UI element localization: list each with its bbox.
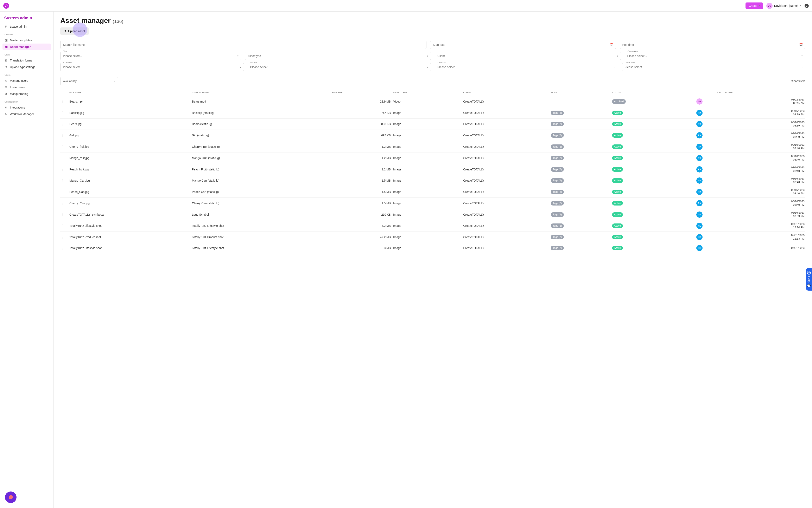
row-more-icon[interactable]: ⋮ <box>61 122 69 126</box>
sidebar-item-workflow-manager[interactable]: ⇆ Workflow Manager <box>2 111 51 117</box>
col-client[interactable]: CLIENT <box>463 91 551 94</box>
table-row[interactable]: ⋮Mango_Can.jpgMango Can (static lg)1.5 M… <box>60 175 805 186</box>
help-tab[interactable]: ? Help 💬 <box>806 268 812 291</box>
create-button[interactable]: Create ▾ <box>745 2 763 9</box>
search-input-wrapper[interactable] <box>60 41 426 49</box>
tags-badge[interactable]: Tags (2) <box>551 167 564 172</box>
end-date-input[interactable]: 📅 <box>620 41 806 49</box>
language-select[interactable]: Please select... ▾ <box>622 63 806 71</box>
tags-badge[interactable]: Tags (2) <box>551 133 564 138</box>
sidebar-item-master-templates[interactable]: ▣ Master templates <box>2 37 51 44</box>
tags-badge[interactable]: Tags (2) <box>551 122 564 126</box>
sidebar-item-asset-manager[interactable]: ▦ Asset manager <box>2 44 51 50</box>
col-status[interactable]: STATUS <box>612 91 682 94</box>
logo[interactable] <box>3 3 9 9</box>
clear-filters-link[interactable]: Clear filters <box>791 79 805 83</box>
col-display-name[interactable]: DISPLAY NAME <box>192 91 332 94</box>
tags-badge[interactable]: Tags (2) <box>551 223 564 228</box>
sidebar-item-manage-users[interactable]: ☺ Manage users <box>2 77 51 84</box>
creative-select[interactable]: Please select... ▾ <box>60 63 244 71</box>
table-row[interactable]: ⋮Peach_fruit.jpgPeach Fruit (static lg)1… <box>60 164 805 175</box>
sidebar-item-translation-forms[interactable]: 🗎 Translation forms <box>2 57 51 64</box>
sidebar-item-leave-admin[interactable]: ⎘ Leave admin <box>2 23 51 30</box>
row-more-icon[interactable]: ⋮ <box>61 235 69 239</box>
col-tags[interactable]: TAGS <box>551 91 612 94</box>
row-more-icon[interactable]: ⋮ <box>61 201 69 205</box>
upload-asset-button[interactable]: ⬆ Upload asset <box>60 28 89 35</box>
table-row[interactable]: ⋮TotallyTunz Lifestyle shotTotallyTunz L… <box>60 243 805 253</box>
sidebar-collapse-button[interactable]: ‹ <box>50 14 54 18</box>
help-icon[interactable]: ? <box>805 4 809 8</box>
start-date-input[interactable]: 📅 <box>430 41 616 49</box>
table-row[interactable]: ⋮CreateTOTALLY_symbol.aLogo Symbol210 KB… <box>60 209 805 220</box>
asset-type-select[interactable]: Asset type ▾ <box>245 52 431 60</box>
row-avatar[interactable]: RK <box>696 110 702 116</box>
row-avatar[interactable]: RK <box>696 132 702 138</box>
user-menu[interactable]: DS David Seal (Demo) ▾ <box>766 3 801 9</box>
campaign-select[interactable]: Please select... ▾ <box>625 52 806 60</box>
row-avatar[interactable]: RK <box>696 121 702 127</box>
row-avatar[interactable]: RK <box>696 189 702 195</box>
col-file-name[interactable]: FILE NAME <box>69 91 192 94</box>
table-row[interactable]: ⋮Girl.jpgGirl (static lg)695 KBImageCrea… <box>60 130 805 141</box>
country-select[interactable]: Please select... ▾ <box>435 63 618 71</box>
row-more-icon[interactable]: ⋮ <box>61 133 69 137</box>
row-more-icon[interactable]: ⋮ <box>61 224 69 228</box>
tag-select[interactable]: Please select... ▾ <box>60 52 241 60</box>
row-avatar[interactable]: RK <box>696 143 702 150</box>
record-fab[interactable] <box>5 492 16 503</box>
market-select[interactable]: Please select... ▾ <box>247 63 431 71</box>
tags-badge[interactable]: Tags (2) <box>551 156 564 160</box>
sidebar-item-label: Master templates <box>10 39 32 42</box>
row-avatar[interactable]: HE <box>696 223 702 229</box>
row-avatar[interactable]: RK <box>696 155 702 161</box>
table-row[interactable]: ⋮TotallyTunz Product shot .TotallyTunz P… <box>60 231 805 243</box>
start-date-field[interactable] <box>433 43 610 46</box>
col-last-updated[interactable]: LAST UPDATED <box>717 91 805 94</box>
sidebar-item-invite-users[interactable]: ✉ Invite users <box>2 84 51 91</box>
table-row[interactable]: ⋮Mango_fruit.jpgMango Fruit (static lg)1… <box>60 153 805 164</box>
tags-badge[interactable]: Tags (2) <box>551 144 564 149</box>
row-more-icon[interactable]: ⋮ <box>61 111 69 115</box>
row-avatar[interactable]: RK <box>696 211 702 218</box>
table-row[interactable]: ⋮Bears.jpgBears (static lg)898 KBImageCr… <box>60 119 805 130</box>
tags-badge[interactable]: Tags (2) <box>551 178 564 183</box>
row-avatar[interactable]: HE <box>696 234 702 240</box>
availability-select[interactable]: Availability ▾ <box>60 77 118 85</box>
cell-asset-type: Image <box>393 224 463 227</box>
end-date-field[interactable] <box>622 43 800 46</box>
row-avatar[interactable]: RK <box>696 166 702 172</box>
table-row[interactable]: ⋮Peach_Can.jpgPeach Can (static lg)1.5 M… <box>60 186 805 198</box>
row-avatar[interactable]: RK <box>696 177 702 184</box>
row-more-icon[interactable]: ⋮ <box>61 145 69 149</box>
row-more-icon[interactable]: ⋮ <box>61 167 69 171</box>
table-row[interactable]: ⋮Cherry_fruit.jpgCherry Fruit (static lg… <box>60 141 805 153</box>
tags-badge[interactable]: Tags (2) <box>551 235 564 239</box>
col-asset-type[interactable]: ASSET TYPE <box>393 91 463 94</box>
client-select[interactable]: Client ▾ <box>435 52 621 60</box>
row-more-icon[interactable]: ⋮ <box>61 99 69 103</box>
search-input[interactable] <box>63 43 424 46</box>
tags-badge[interactable]: Tags (2) <box>551 111 564 115</box>
tags-badge[interactable]: Tags (2) <box>551 246 564 250</box>
row-more-icon[interactable]: ⋮ <box>61 179 69 183</box>
row-more-icon[interactable]: ⋮ <box>61 213 69 216</box>
col-file-size[interactable]: FILE SIZE <box>332 91 393 94</box>
tags-badge[interactable]: Tags (2) <box>551 189 564 194</box>
cell-last-updated: 08/16/202303:40 PM <box>717 166 805 173</box>
tags-badge[interactable]: Tags (2) <box>551 201 564 206</box>
sidebar-item-upload-typesettings[interactable]: ⇧ Upload typesettings <box>2 64 51 70</box>
table-row[interactable]: ⋮Backflip.jpgBackflip (static lg)747 KBI… <box>60 107 805 119</box>
row-avatar[interactable]: HE <box>696 245 702 251</box>
row-avatar[interactable]: DS <box>696 98 702 104</box>
row-more-icon[interactable]: ⋮ <box>61 190 69 194</box>
sidebar-item-integrations[interactable]: ⚙ Integrations <box>2 104 51 111</box>
table-row[interactable]: ⋮Bears.mp4Bears.mp428.9 MBVideoCreateTOT… <box>60 96 805 107</box>
sidebar-item-masquerading[interactable]: ☻ Masquerading <box>2 91 51 97</box>
tags-badge[interactable]: Tags (2) <box>551 212 564 217</box>
row-more-icon[interactable]: ⋮ <box>61 246 69 250</box>
row-avatar[interactable]: RK <box>696 200 702 206</box>
table-row[interactable]: ⋮TotallyTunz Lifestyle shotTotallyTunz L… <box>60 220 805 232</box>
table-row[interactable]: ⋮Cherry_Can.jpgCherry Can (static lg)1.5… <box>60 198 805 209</box>
row-more-icon[interactable]: ⋮ <box>61 156 69 160</box>
